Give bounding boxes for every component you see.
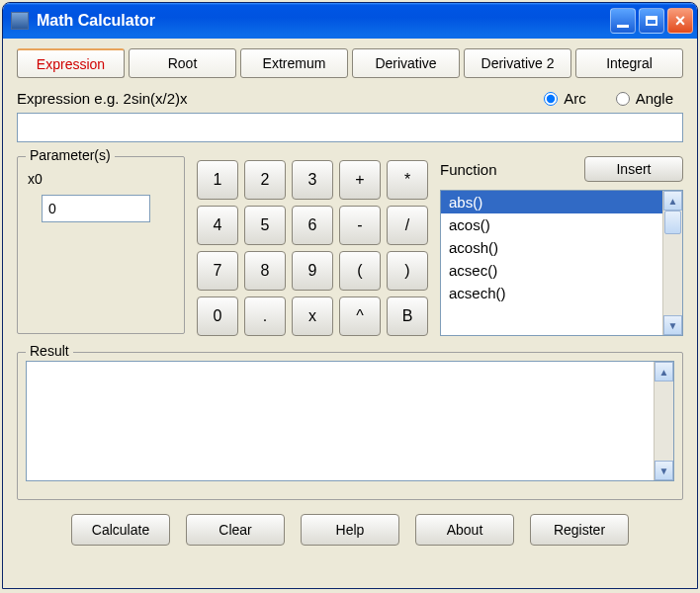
scroll-up-button[interactable]: ▲ [663, 191, 682, 211]
scroll-down-button[interactable]: ▼ [655, 461, 673, 480]
function-item[interactable]: acsec() [441, 259, 662, 282]
key-b[interactable]: B [387, 296, 428, 336]
scroll-down-button[interactable]: ▼ [663, 315, 682, 335]
function-item[interactable]: acosh() [441, 236, 662, 259]
middle-row: Parameter(s) x0 1 2 3 + * 4 5 6 - / 7 8 … [17, 156, 683, 336]
radio-angle-input[interactable] [616, 92, 630, 106]
key-1[interactable]: 1 [197, 160, 238, 200]
key-3[interactable]: 3 [292, 160, 333, 200]
key-6[interactable]: 6 [292, 206, 333, 245]
clear-button[interactable]: Clear [186, 514, 285, 546]
result-scrollbar[interactable]: ▲ ▼ [654, 362, 673, 480]
scroll-thumb[interactable] [664, 211, 681, 234]
key-5[interactable]: 5 [244, 206, 286, 245]
radio-arc-input[interactable] [544, 92, 558, 106]
result-group: Result ▲ ▼ [17, 352, 683, 500]
scroll-track[interactable] [663, 211, 682, 315]
function-scrollbar[interactable]: ▲ ▼ [662, 191, 682, 335]
chevron-down-icon: ▼ [659, 466, 669, 476]
radio-angle-label: Angle [636, 90, 673, 107]
register-button[interactable]: Register [530, 514, 629, 546]
expression-input[interactable] [17, 113, 683, 142]
angle-mode-group: Arc Angle [544, 90, 673, 107]
tab-derivative2[interactable]: Derivative 2 [464, 48, 571, 78]
function-list[interactable]: abs() acos() acosh() acsec() acsech() [441, 191, 662, 335]
key-rparen[interactable]: ) [387, 251, 428, 291]
key-x[interactable]: x [292, 296, 333, 336]
key-9[interactable]: 9 [292, 251, 333, 291]
result-box: ▲ ▼ [26, 361, 674, 481]
calculate-button[interactable]: Calculate [71, 514, 170, 546]
chevron-down-icon: ▼ [668, 320, 678, 331]
result-text [27, 362, 654, 480]
close-button[interactable]: × [667, 8, 693, 34]
parameter-input[interactable] [42, 195, 150, 222]
parameter-name: x0 [28, 171, 176, 187]
radio-angle[interactable]: Angle [616, 90, 673, 107]
chevron-up-icon: ▲ [668, 196, 678, 207]
window-controls: × [610, 8, 693, 34]
function-list-wrap: abs() acos() acosh() acsec() acsech() ▲ … [440, 190, 683, 336]
parameters-legend: Parameter(s) [26, 147, 115, 163]
radio-arc-label: Arc [564, 90, 586, 107]
function-area: Function Insert abs() acos() acosh() acs… [440, 156, 683, 336]
scroll-up-button[interactable]: ▲ [655, 362, 673, 381]
content-area: Expression Root Extremum Derivative Deri… [3, 39, 697, 588]
result-legend: Result [26, 343, 73, 359]
key-multiply[interactable]: * [387, 160, 428, 200]
key-plus[interactable]: + [339, 160, 381, 200]
tab-derivative[interactable]: Derivative [352, 48, 460, 78]
expression-row: Expression e.g. 2sin(x/2)x Arc Angle [17, 90, 683, 107]
radio-arc[interactable]: Arc [544, 90, 586, 107]
close-icon: × [675, 12, 686, 30]
key-dot[interactable]: . [244, 296, 286, 336]
scroll-track[interactable] [655, 381, 673, 461]
key-0[interactable]: 0 [197, 296, 238, 336]
key-8[interactable]: 8 [244, 251, 286, 291]
window-title: Math Calculator [37, 12, 610, 30]
maximize-button[interactable] [639, 8, 664, 34]
function-header: Function Insert [440, 156, 683, 182]
function-item[interactable]: acsech() [441, 282, 662, 304]
help-button[interactable]: Help [301, 514, 399, 546]
key-7[interactable]: 7 [197, 251, 238, 291]
key-caret[interactable]: ^ [339, 296, 381, 336]
key-lparen[interactable]: ( [339, 251, 381, 291]
tab-root[interactable]: Root [129, 48, 236, 78]
bottom-button-row: Calculate Clear Help About Register [17, 514, 683, 546]
tab-extremum[interactable]: Extremum [240, 48, 348, 78]
minimize-button[interactable] [610, 8, 636, 34]
about-button[interactable]: About [415, 514, 514, 546]
maximize-icon [646, 16, 657, 26]
parameters-group: Parameter(s) x0 [17, 156, 185, 334]
key-2[interactable]: 2 [244, 160, 286, 200]
chevron-up-icon: ▲ [659, 367, 669, 378]
function-label: Function [440, 161, 497, 178]
tab-integral[interactable]: Integral [575, 48, 683, 78]
tab-bar: Expression Root Extremum Derivative Deri… [17, 48, 683, 78]
key-minus[interactable]: - [339, 206, 381, 245]
key-4[interactable]: 4 [197, 206, 238, 245]
function-item[interactable]: acos() [441, 213, 662, 236]
minimize-icon [617, 25, 629, 28]
app-icon [11, 12, 29, 30]
titlebar: Math Calculator × [3, 3, 697, 39]
key-divide[interactable]: / [387, 206, 428, 245]
app-window: Math Calculator × Expression Root Extrem… [2, 2, 698, 589]
insert-button[interactable]: Insert [584, 156, 683, 182]
keypad: 1 2 3 + * 4 5 6 - / 7 8 9 ( ) 0 . x ^ B [197, 156, 428, 336]
function-item[interactable]: abs() [441, 191, 662, 213]
expression-label: Expression e.g. 2sin(x/2)x [17, 90, 534, 107]
tab-expression[interactable]: Expression [17, 48, 125, 78]
